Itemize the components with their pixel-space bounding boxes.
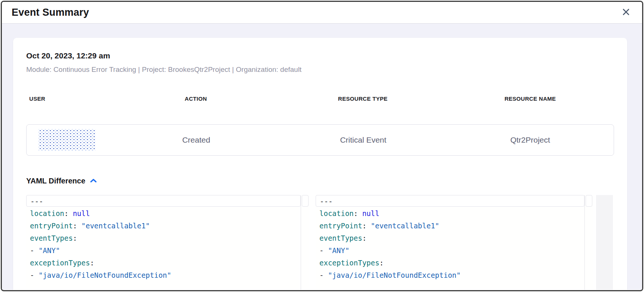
yaml-code-right: ---location: nullentryPoint: "eventcalla… [316,195,584,290]
yaml-line: - "java/io/FileNotFoundException" [26,269,301,282]
event-summary-dialog: Event Summary Oct 20, 2023, 12:29 am Mod… [1,1,643,291]
yaml-line: exceptionTypes: [26,257,301,269]
yaml-code-left: ---location: nullentryPoint: "eventcalla… [26,195,301,290]
yaml-difference-section-header: YAML Difference [26,177,614,185]
redacted-user-name [39,129,95,151]
user-cell [27,129,113,151]
diff-scrollbar-track[interactable] [596,195,613,290]
close-button[interactable] [620,6,632,19]
yaml-line: eventTypes: [316,232,584,244]
event-meta: Module: Continuous Error Tracking | Proj… [26,66,614,74]
yaml-panel-right: ---location: nullentryPoint: "eventcalla… [316,195,593,290]
column-header-resource-type: RESOURCE TYPE [279,95,446,102]
table-row: Created Critical Event Qtr2Project [26,124,614,156]
chevron-up-icon [90,178,97,184]
yaml-panel-left: ---location: nullentryPoint: "eventcalla… [26,195,309,290]
dialog-body: Oct 20, 2023, 12:29 am Module: Continuou… [2,24,642,290]
yaml-line: - "ANY" [26,244,301,257]
left-scrollbar-thumb[interactable] [302,195,309,207]
collapse-toggle-button[interactable] [90,178,97,184]
page-title: Event Summary [12,7,89,18]
yaml-line: entryPoint: "eventcallable1" [316,220,584,232]
yaml-line: - "java/io/FileNotFoundException" [316,269,584,282]
yaml-difference-label: YAML Difference [26,177,85,185]
audit-table-header: USER ACTION RESOURCE TYPE RESOURCE NAME [26,95,614,102]
column-header-resource-name: RESOURCE NAME [446,95,614,102]
yaml-line: - "ANY" [316,244,584,257]
resource-name-cell: Qtr2Project [447,136,614,145]
yaml-line: exceptionTypes: [316,257,584,269]
yaml-line: eventTypes: [26,232,301,244]
column-header-user: USER [26,95,112,102]
yaml-line: --- [316,195,584,207]
dialog-header: Event Summary [2,2,642,24]
event-summary-card: Oct 20, 2023, 12:29 am Module: Continuou… [13,38,627,290]
resource-type-cell: Critical Event [280,136,447,145]
yaml-line: location: null [26,207,301,220]
yaml-diff-viewer: ---location: nullentryPoint: "eventcalla… [26,195,614,290]
yaml-line: entryPoint: "eventcallable1" [26,220,301,232]
close-icon [622,7,631,18]
right-scrollbar-thumb[interactable] [586,195,592,207]
right-panel-scrollbar[interactable] [584,195,593,290]
action-cell: Created [113,136,280,145]
event-timestamp: Oct 20, 2023, 12:29 am [26,51,614,60]
column-header-action: ACTION [112,95,279,102]
yaml-line: location: null [316,207,584,220]
left-panel-scrollbar[interactable] [301,195,309,290]
yaml-line: --- [26,195,301,207]
